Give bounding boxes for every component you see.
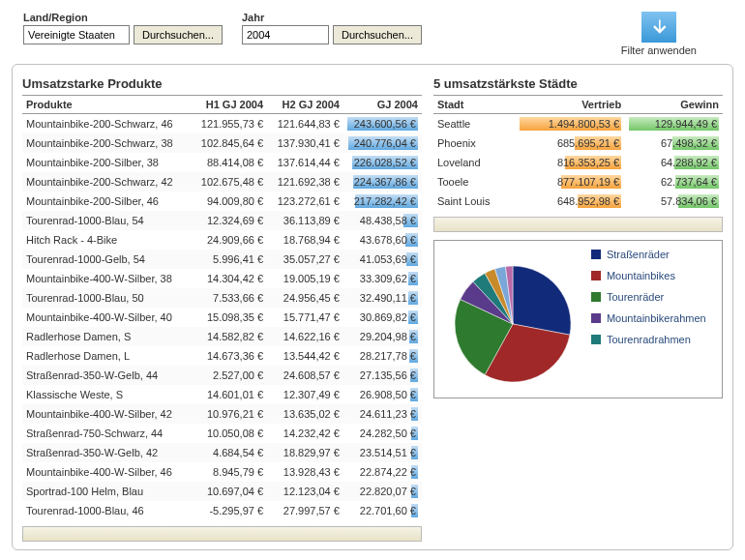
- city-sales: 685.695,21 €: [516, 133, 625, 153]
- table-row: Mountainbike-400-W-Silber, 468.945,79 €1…: [22, 462, 422, 482]
- arrow-down-icon: [641, 12, 676, 43]
- year-input[interactable]: [242, 25, 329, 44]
- cities-section: 5 umsatzstärkste Städte Stadt Vertrieb G…: [433, 74, 723, 232]
- table-row: Tourenrad-1000-Gelb, 545.996,41 €35.057,…: [22, 250, 422, 269]
- product-h1: 24.909,66 €: [191, 230, 267, 250]
- product-name: Mountainbike-400-W-Silber, 42: [22, 404, 191, 424]
- legend-item: Tourenradrahmen: [591, 334, 706, 345]
- cities-title: 5 umsatzstärkste Städte: [433, 74, 723, 95]
- product-h1: 14.673,36 €: [191, 346, 267, 366]
- product-h2: 36.113,89 €: [267, 211, 343, 230]
- product-total: 29.204,98 €: [343, 327, 422, 346]
- product-h1: 15.098,35 €: [191, 308, 267, 327]
- product-h1: 14.304,42 €: [191, 269, 267, 288]
- filter-bar: Land/Region Durchsuchen... Jahr Durchsuc…: [0, 0, 745, 60]
- product-h1: -5.295,97 €: [191, 501, 267, 520]
- table-row: Phoenix685.695,21 €67.498,32 €: [433, 133, 723, 153]
- table-row: Mountainbike-400-W-Silber, 3814.304,42 €…: [22, 269, 422, 288]
- table-row: Straßenrad-350-W-Gelb, 442.527,00 €24.60…: [22, 366, 422, 385]
- col-sales: Vertrieb: [516, 96, 625, 114]
- product-name: Mountainbike-400-W-Silber, 38: [22, 269, 191, 288]
- legend-swatch: [591, 313, 601, 323]
- product-total: 22.820,07 €: [343, 482, 422, 501]
- country-input[interactable]: [23, 25, 130, 44]
- table-row: Mountainbike-200-Schwarz, 46121.955,73 €…: [22, 114, 422, 134]
- product-name: Tourenrad-1000-Blau, 46: [22, 501, 191, 520]
- product-total: 27.135,56 €: [343, 366, 422, 385]
- product-name: Mountainbike-200-Silber, 46: [22, 192, 191, 211]
- table-row: Straßenrad-350-W-Gelb, 424.684,54 €18.82…: [22, 443, 422, 462]
- city-sales: 877.107,19 €: [516, 172, 625, 192]
- product-h2: 13.635,02 €: [267, 404, 343, 424]
- table-row: Radlerhose Damen, S14.582,82 €14.622,16 …: [22, 327, 422, 346]
- legend-swatch: [591, 250, 601, 259]
- product-total: 41.053,69 €: [343, 250, 422, 269]
- year-browse-button[interactable]: Durchsuchen...: [333, 25, 422, 44]
- product-h2: 14.232,42 €: [267, 424, 343, 443]
- product-name: Mountainbike-400-W-Silber, 46: [22, 462, 191, 482]
- cities-footer-bar: [433, 217, 723, 232]
- product-name: Mountainbike-200-Silber, 38: [22, 153, 191, 172]
- apply-filter-button[interactable]: Filter anwenden: [621, 12, 697, 56]
- product-h2: 12.123,04 €: [267, 482, 343, 501]
- product-name: Tourenrad-1000-Blau, 54: [22, 211, 191, 230]
- product-h2: 24.956,45 €: [267, 288, 343, 308]
- product-name: Klassische Weste, S: [22, 385, 191, 404]
- products-section: Umsatzstarke Produkte Produkte H1 GJ 200…: [22, 74, 422, 542]
- product-name: Mountainbike-400-W-Silber, 40: [22, 308, 191, 327]
- products-title: Umsatzstarke Produkte: [22, 74, 422, 95]
- pie-legend: StraßenräderMountainbikesTourenräderMoun…: [591, 249, 706, 345]
- product-h2: 137.930,41 €: [267, 133, 343, 153]
- table-row: Mountainbike-200-Silber, 3888.414,08 €13…: [22, 153, 422, 172]
- table-row: Mountainbike-200-Schwarz, 42102.675,48 €…: [22, 172, 422, 192]
- table-row: Seattle1.494.800,53 €129.944,49 €: [433, 114, 723, 134]
- product-h2: 18.829,97 €: [267, 443, 343, 462]
- city-name: Phoenix: [433, 133, 516, 153]
- product-total: 217.282,42 €: [343, 192, 422, 211]
- col-h1: H1 GJ 2004: [191, 96, 267, 114]
- pie-chart-box: StraßenräderMountainbikesTourenräderMoun…: [433, 240, 723, 398]
- country-label: Land/Region: [23, 12, 223, 23]
- dashboard-panel: Umsatzstarke Produkte Produkte H1 GJ 200…: [12, 64, 733, 550]
- product-h2: 12.307,49 €: [267, 385, 343, 404]
- table-row: Mountainbike-400-W-Silber, 4015.098,35 €…: [22, 308, 422, 327]
- col-product: Produkte: [22, 96, 191, 114]
- table-row: Tooele877.107,19 €62.737,64 €: [433, 172, 723, 192]
- product-name: Straßenrad-350-W-Gelb, 42: [22, 443, 191, 462]
- product-h2: 13.928,43 €: [267, 462, 343, 482]
- product-name: Mountainbike-200-Schwarz, 38: [22, 133, 191, 153]
- product-name: Mountainbike-200-Schwarz, 42: [22, 172, 191, 192]
- legend-swatch: [591, 271, 601, 280]
- product-h1: 121.955,73 €: [191, 114, 267, 134]
- city-profit: 129.944,49 €: [625, 114, 723, 134]
- product-h2: 18.768,94 €: [267, 230, 343, 250]
- product-total: 48.438,58 €: [343, 211, 422, 230]
- product-total: 24.611,23 €: [343, 404, 422, 424]
- table-row: Mountainbike-400-W-Silber, 4210.976,21 €…: [22, 404, 422, 424]
- city-profit: 62.737,64 €: [625, 172, 723, 192]
- cities-table: Stadt Vertrieb Gewinn Seattle1.494.800,5…: [433, 95, 723, 211]
- product-h2: 121.644,83 €: [267, 114, 343, 134]
- legend-item: Mountainbikes: [591, 270, 706, 281]
- table-row: Hitch Rack - 4-Bike24.909,66 €18.768,94 …: [22, 230, 422, 250]
- product-total: 22.701,60 €: [343, 501, 422, 520]
- product-total: 30.869,82 €: [343, 308, 422, 327]
- year-filter: Jahr Durchsuchen...: [242, 12, 422, 44]
- city-profit: 64.288,92 €: [625, 153, 723, 172]
- col-profit: Gewinn: [625, 96, 723, 114]
- table-row: Saint Louis648.952,98 €57.834,06 €: [433, 192, 723, 211]
- legend-label: Tourenräder: [607, 291, 664, 303]
- legend-label: Mountainbikes: [607, 270, 675, 281]
- legend-swatch: [591, 292, 601, 302]
- country-browse-button[interactable]: Durchsuchen...: [134, 25, 223, 44]
- product-h2: 13.544,42 €: [267, 346, 343, 366]
- product-total: 22.874,22 €: [343, 462, 422, 482]
- product-total: 24.282,50 €: [343, 424, 422, 443]
- col-total: GJ 2004: [343, 96, 422, 114]
- product-total: 243.600,56 €: [343, 114, 422, 134]
- city-name: Loveland: [433, 153, 516, 172]
- product-name: Tourenrad-1000-Gelb, 54: [22, 250, 191, 269]
- table-row: Klassische Weste, S14.601,01 €12.307,49 …: [22, 385, 422, 404]
- table-row: Mountainbike-200-Silber, 4694.009,80 €12…: [22, 192, 422, 211]
- product-h2: 14.622,16 €: [267, 327, 343, 346]
